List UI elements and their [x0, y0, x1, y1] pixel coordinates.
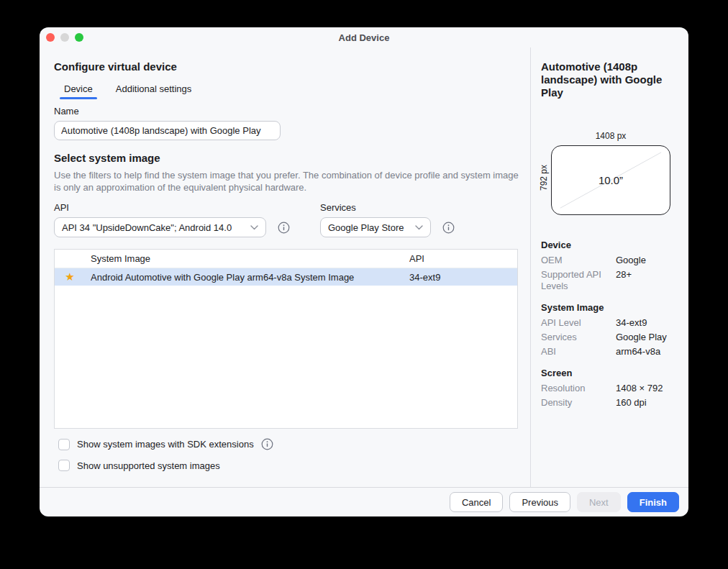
api-dropdown[interactable]: API 34 "UpsideDownCake"; Android 14.0 [54, 217, 266, 237]
chevron-down-icon [250, 225, 258, 230]
screen-diagonal-size: 10.0” [599, 174, 623, 186]
device-specs: Device OEM Google Supported API Levels 2… [540, 240, 680, 410]
system-image-description: Use the filters to help find the system … [54, 169, 519, 194]
services-dropdown[interactable]: Google Play Store [320, 217, 431, 237]
tab-bar: Device Additional settings [54, 80, 519, 99]
spec-section-system-image: System Image API Level 34-ext9 Services … [540, 302, 680, 359]
table-empty-area [55, 286, 517, 428]
sdk-extensions-checkbox-row: Show system images with SDK extensions [58, 438, 519, 450]
spec-heading: Screen [541, 368, 680, 378]
tab-device[interactable]: Device [54, 80, 103, 99]
cancel-button[interactable]: Cancel [450, 492, 503, 512]
sdk-extensions-checkbox[interactable] [58, 439, 70, 450]
add-device-dialog: Add Device Configure virtual device Devi… [40, 27, 688, 516]
spec-row-api-level: API Level 34-ext9 [540, 316, 680, 330]
system-image-column-header: System Image [91, 253, 409, 264]
spec-section-device: Device OEM Google Supported API Levels 2… [540, 240, 680, 293]
sdk-extensions-info-icon[interactable] [261, 438, 273, 450]
spec-row-services: Services Google Play [540, 330, 680, 345]
system-image-api: 34-ext9 [409, 272, 517, 283]
previous-button[interactable]: Previous [509, 492, 570, 512]
spec-heading: System Image [541, 302, 680, 313]
device-details-panel: Automotive (1408p landscape) with Google… [530, 47, 688, 487]
spec-row-api-levels: Supported API Levels 28+ [540, 268, 680, 293]
services-dropdown-value: Google Play Store [328, 222, 404, 233]
tab-additional-settings[interactable]: Additional settings [106, 80, 202, 99]
api-label: API [54, 202, 290, 213]
tab-additional-settings-label: Additional settings [116, 83, 192, 94]
filter-row: API API 34 "UpsideDownCake"; Android 14.… [54, 202, 519, 237]
spec-heading: Device [541, 240, 680, 250]
unsupported-images-checkbox-row: Show unsupported system images [58, 460, 519, 471]
spec-row-abi: ABI arm64-v8a [540, 345, 680, 359]
dialog-body: Configure virtual device Device Addition… [40, 47, 688, 487]
device-title: Automotive (1408p landscape) with Google… [541, 60, 680, 99]
screen-diagram: 1408 px 10.0” 792 px [540, 131, 680, 215]
titlebar: Add Device [40, 27, 688, 47]
dialog-footer: Cancel Previous Next Finish [40, 487, 688, 516]
name-input[interactable] [54, 121, 281, 140]
chevron-down-icon [415, 225, 423, 230]
spec-section-screen: Screen Resolution 1408 × 792 Density 160… [540, 368, 680, 410]
services-info-icon[interactable] [442, 222, 455, 234]
system-image-name: Android Automotive with Google Play arm6… [91, 272, 409, 283]
select-system-image-heading: Select system image [54, 152, 519, 164]
sdk-extensions-checkbox-label: Show system images with SDK extensions [77, 439, 254, 450]
page-title: Configure virtual device [54, 60, 519, 73]
spec-row-resolution: Resolution 1408 × 792 [540, 381, 680, 396]
device-screen-outline: 10.0” [551, 145, 670, 215]
tab-device-label: Device [64, 83, 93, 94]
unsupported-images-checkbox[interactable] [58, 460, 70, 471]
api-dropdown-value: API 34 "UpsideDownCake"; Android 14.0 [62, 222, 232, 233]
screen-width-label: 1408 px [551, 131, 670, 141]
next-button: Next [577, 492, 621, 512]
services-filter-group: Services Google Play Store [320, 202, 455, 237]
table-header-row: System Image API [55, 250, 517, 268]
spec-row-density: Density 160 dpi [540, 396, 680, 410]
api-filter-group: API API 34 "UpsideDownCake"; Android 14.… [54, 202, 290, 237]
finish-button[interactable]: Finish [627, 492, 679, 512]
star-icon[interactable]: ★ [55, 270, 91, 283]
api-info-icon[interactable] [278, 222, 290, 234]
window-title: Add Device [40, 27, 688, 47]
table-row[interactable]: ★ Android Automotive with Google Play ar… [55, 268, 517, 286]
services-label: Services [320, 202, 455, 213]
api-column-header: API [409, 253, 517, 264]
active-tab-underline [60, 97, 97, 99]
spec-row-oem: OEM Google [540, 253, 680, 268]
name-label: Name [54, 106, 519, 117]
main-content: Configure virtual device Device Addition… [40, 47, 530, 487]
screen-height-label: 792 px [539, 156, 549, 199]
system-image-table: System Image API ★ Android Automotive wi… [54, 249, 518, 429]
unsupported-images-checkbox-label: Show unsupported system images [77, 460, 220, 471]
